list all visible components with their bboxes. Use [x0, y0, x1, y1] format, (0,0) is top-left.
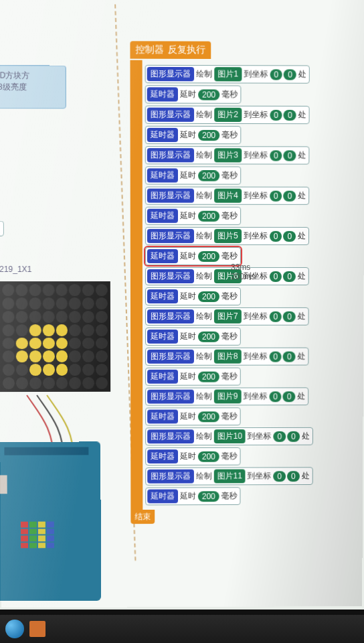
timing-hint: 33ms 200ms — [231, 263, 255, 282]
coord-x[interactable]: 0 — [270, 69, 282, 80]
image-pill[interactable]: 图片8 — [214, 350, 242, 364]
draw-image-block[interactable]: 图形显示器绘制图片8到坐标00处 — [145, 348, 308, 366]
coord-y[interactable]: 0 — [283, 351, 296, 362]
draw-label: 绘制 — [195, 351, 213, 362]
image-pill[interactable]: 图片5 — [214, 229, 242, 243]
arduino-board[interactable] — [0, 441, 101, 601]
draw-image-block[interactable]: 图形显示器绘制图片9到坐标00处 — [145, 387, 308, 405]
image-pill[interactable]: 图片7 — [214, 309, 242, 324]
delay-block[interactable]: 延时器延时200毫秒 — [145, 85, 242, 104]
image-pill[interactable]: 图片10 — [214, 429, 246, 443]
at-label: 处 — [298, 68, 307, 80]
draw-image-block[interactable]: 图形显示器绘制图片1到坐标00处 — [145, 65, 310, 84]
to-coord-label: 到坐标 — [242, 351, 268, 362]
draw-image-block[interactable]: 图形显示器绘制图片2到坐标00处 — [145, 106, 310, 125]
coord-x[interactable]: 0 — [270, 230, 282, 241]
delay-value[interactable]: 200 — [198, 210, 219, 221]
loop-header-block[interactable]: 控制器 反复执行 — [130, 41, 211, 59]
draw-image-block[interactable]: 图形显示器绘制图片5到坐标00处 — [145, 227, 309, 245]
delay-block[interactable]: 延时器延时200毫秒 — [145, 487, 240, 505]
coord-x[interactable]: 0 — [274, 471, 286, 482]
timer-pill: 延时器 — [147, 289, 178, 303]
delay-label: 延时 — [179, 331, 197, 342]
delay-value[interactable]: 200 — [198, 130, 219, 141]
delay-block[interactable]: 延时器延时200毫秒 — [145, 247, 241, 265]
draw-image-block[interactable]: 图形显示器绘制图片7到坐标00处 — [145, 307, 309, 326]
at-label: 处 — [297, 351, 306, 362]
delay-value[interactable]: 200 — [198, 170, 219, 181]
delay-label: 延时 — [179, 371, 197, 382]
delay-block[interactable]: 延时器延时200毫秒 — [145, 207, 241, 225]
coord-x[interactable]: 0 — [270, 190, 282, 201]
draw-label: 绘制 — [195, 271, 213, 282]
at-label: 处 — [301, 470, 310, 482]
image-pill[interactable]: 图片9 — [214, 389, 242, 403]
image-pill[interactable]: 图片11 — [214, 470, 246, 484]
delay-value[interactable]: 200 — [198, 491, 219, 502]
taskbar-app-icon[interactable] — [29, 621, 46, 637]
coord-x[interactable]: 0 — [270, 150, 282, 161]
loop-footer-block[interactable]: 结束 — [130, 510, 155, 524]
delay-block[interactable]: 延时器延时200毫秒 — [145, 328, 241, 346]
coord-y[interactable]: 0 — [283, 311, 296, 322]
delay-value[interactable]: 200 — [198, 89, 219, 100]
delay-value[interactable]: 200 — [198, 371, 219, 382]
delay-value[interactable]: 200 — [198, 291, 219, 301]
coord-y[interactable]: 0 — [284, 109, 296, 120]
coord-y[interactable]: 0 — [284, 69, 296, 80]
image-pill[interactable]: 图片4 — [214, 189, 242, 203]
delay-value[interactable]: 200 — [198, 451, 219, 461]
ms-label: 毫秒 — [221, 371, 238, 382]
ms-label: 毫秒 — [221, 169, 238, 181]
coord-x[interactable]: 0 — [274, 431, 286, 441]
device-pill: 图形显示器 — [147, 470, 194, 484]
delay-block[interactable]: 延时器延时200毫秒 — [145, 407, 241, 425]
start-orb-icon[interactable] — [5, 620, 24, 638]
device-pill: 图形显示器 — [147, 269, 194, 283]
draw-label: 绘制 — [195, 190, 213, 202]
draw-image-block[interactable]: 图形显示器绘制图片10到坐标00处 — [145, 427, 313, 445]
image-pill[interactable]: 图片2 — [214, 108, 242, 122]
draw-image-block[interactable]: 图形显示器绘制图片3到坐标00处 — [145, 146, 310, 165]
coord-x[interactable]: 0 — [269, 351, 282, 362]
coord-y[interactable]: 0 — [283, 391, 296, 402]
timer-pill: 延时器 — [147, 490, 178, 504]
coord-x[interactable]: 0 — [269, 391, 282, 402]
image-pill[interactable]: 图片3 — [214, 148, 242, 162]
coord-x[interactable]: 0 — [270, 271, 282, 281]
delay-block[interactable]: 延时器延时200毫秒 — [145, 126, 242, 144]
coord-y[interactable]: 0 — [283, 230, 296, 241]
image-pill[interactable]: 图片1 — [214, 67, 242, 81]
device-pill: 图形显示器 — [147, 429, 194, 443]
coord-y[interactable]: 0 — [284, 150, 296, 161]
led-matrix-preview[interactable] — [0, 281, 110, 392]
delay-value[interactable]: 200 — [198, 251, 219, 261]
coord-x[interactable]: 0 — [270, 109, 282, 120]
partial-block-left[interactable]: 坐标 0 0 处 — [0, 221, 4, 236]
delay-value[interactable]: 200 — [198, 411, 219, 422]
delay-label: 延时 — [179, 88, 197, 100]
coord-y[interactable]: 0 — [287, 471, 300, 482]
delay-block[interactable]: 延时器延时200毫秒 — [145, 447, 240, 466]
taskbar[interactable] — [0, 615, 364, 643]
timer-pill: 延时器 — [147, 449, 178, 463]
device-pill: 图形显示器 — [147, 229, 194, 243]
delay-block[interactable]: 延时器延时200毫秒 — [145, 166, 241, 184]
draw-label: 绘制 — [195, 391, 213, 403]
coord-x[interactable]: 0 — [269, 311, 282, 322]
delay-label: 延时 — [179, 451, 197, 462]
ms-label: 毫秒 — [221, 251, 238, 262]
draw-image-block[interactable]: 图形显示器绘制图片6到坐标00处 — [145, 267, 309, 285]
comment-line: LED方块方 — [0, 70, 62, 81]
to-coord-label: 到坐标 — [247, 470, 272, 482]
ms-label: 毫秒 — [221, 411, 238, 422]
coord-y[interactable]: 0 — [284, 190, 296, 201]
draw-image-block[interactable]: 图形显示器绘制图片11到坐标00处 — [145, 467, 312, 485]
delay-block[interactable]: 延时器延时200毫秒 — [145, 287, 241, 305]
delay-block[interactable]: 延时器延时200毫秒 — [145, 368, 241, 386]
draw-image-block[interactable]: 图形显示器绘制图片4到坐标00处 — [145, 187, 309, 205]
delay-value[interactable]: 200 — [198, 331, 219, 342]
coord-y[interactable]: 0 — [287, 431, 300, 441]
coord-y[interactable]: 0 — [283, 271, 296, 281]
hint-line: 200ms — [231, 272, 255, 281]
